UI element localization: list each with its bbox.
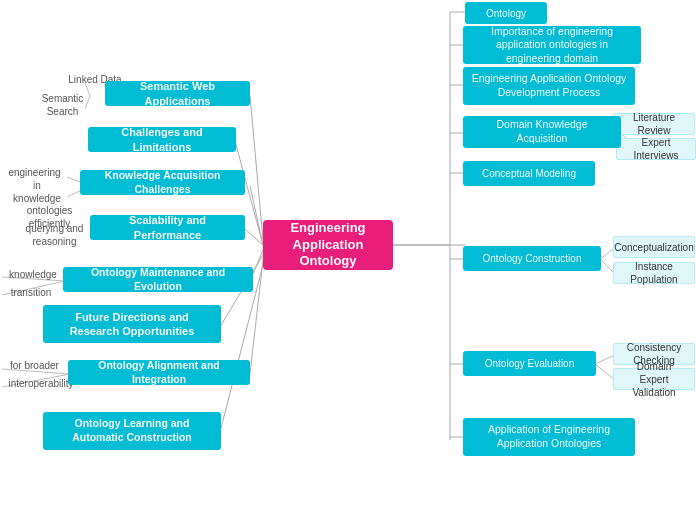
node-ontology-learn: Ontology Learning and Automatic Construc… bbox=[43, 412, 221, 450]
leaf-semantic-search: Semantic Search bbox=[20, 94, 105, 116]
mind-map: Engineering Application Ontology Linked … bbox=[0, 0, 696, 520]
node-knowledge-acq: Knowledge Acquisition Challenges bbox=[80, 170, 245, 195]
node-app-eng: Application of Engineering Application O… bbox=[463, 418, 635, 456]
node-importance: Importance of engineering application on… bbox=[463, 26, 641, 64]
node-eng-app-dev: Engineering Application Ontology Develop… bbox=[463, 67, 635, 105]
node-ontology-constr: Ontology Construction bbox=[463, 246, 601, 271]
node-instance-pop: Instance Population bbox=[613, 262, 695, 284]
node-domain-know: Domain Knowledge Acquisition bbox=[463, 116, 621, 148]
svg-line-33 bbox=[595, 355, 615, 364]
node-semantic-web: Semantic Web Applications bbox=[105, 81, 250, 106]
node-ontology-maint: Ontology Maintenance and Evolution bbox=[63, 267, 253, 292]
node-conceptualization: Conceptualization bbox=[613, 236, 695, 258]
node-lit-review: Literature Review bbox=[613, 113, 695, 135]
node-domain-valid: Domain Expert Validation bbox=[613, 368, 695, 390]
svg-line-34 bbox=[595, 364, 615, 380]
center-node: Engineering Application Ontology bbox=[263, 220, 393, 270]
node-scalability: Scalability and Performance bbox=[90, 215, 245, 240]
node-challenges: Challenges and Limitations bbox=[88, 127, 236, 152]
svg-line-4 bbox=[245, 229, 263, 245]
leaf-transition: transition bbox=[2, 283, 60, 301]
node-future-dir: Future Directions and Research Opportuni… bbox=[43, 305, 221, 343]
node-conceptual-mod: Conceptual Modeling bbox=[463, 161, 595, 186]
leaf-broader: for broader bbox=[2, 356, 67, 374]
svg-line-3 bbox=[250, 186, 263, 245]
node-ontology-eval: Ontology Evaluation bbox=[463, 351, 596, 376]
leaf-in-knowledge: in knowledge bbox=[2, 183, 72, 201]
node-ontology-align: Ontology Alignment and Integration bbox=[68, 360, 250, 385]
svg-line-0 bbox=[250, 96, 263, 240]
node-expert-int: Expert Interviews bbox=[616, 138, 696, 160]
node-ontology-leaf: Ontology bbox=[465, 2, 547, 24]
leaf-knowledge: knowledge bbox=[2, 265, 64, 283]
